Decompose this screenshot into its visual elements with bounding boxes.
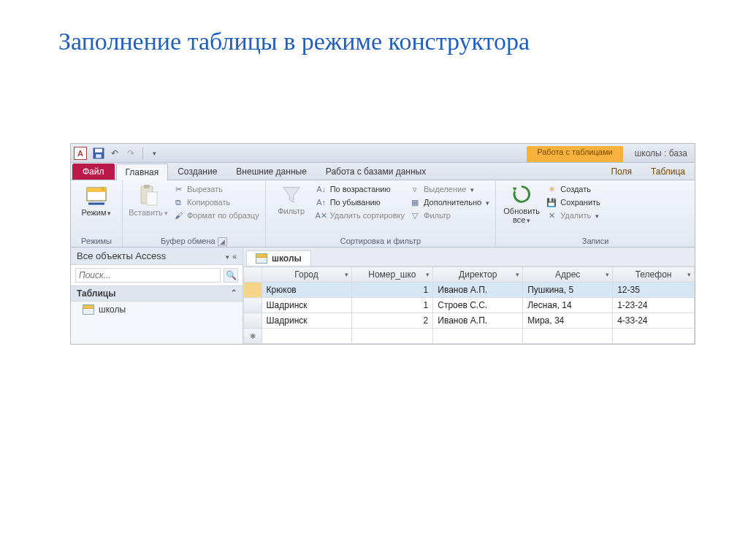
- undo-icon[interactable]: ↶: [107, 146, 122, 161]
- slide-title: Заполнение таблицы в режиме конструктора: [58, 26, 690, 58]
- view-button[interactable]: Режим: [77, 183, 116, 218]
- tab-external-data[interactable]: Внешние данные: [226, 163, 316, 180]
- search-icon[interactable]: 🔍: [224, 268, 238, 283]
- ribbon: Режим Режимы Вставить ✂Вырезать ⧉Копиров…: [71, 180, 695, 248]
- cell[interactable]: [523, 329, 613, 344]
- table-row[interactable]: Крюков 1 Иванов А.П. Пушкина, 5 12-35: [244, 283, 695, 298]
- tab-home[interactable]: Главная: [116, 164, 169, 180]
- filter-button-label: Фильтр: [278, 207, 305, 215]
- table-row[interactable]: Шадринск 1 Строев С.С. Лесная, 14 1-23-2…: [244, 298, 695, 313]
- cell-director[interactable]: Строев С.С.: [433, 298, 523, 313]
- header-row: Город▾ Номер_шко▾ Директор▾ Адрес▾ Телеф…: [244, 267, 695, 283]
- datasheet[interactable]: Город▾ Номер_шко▾ Директор▾ Адрес▾ Телеф…: [243, 266, 695, 344]
- row-selector[interactable]: [244, 298, 262, 313]
- document-area: школы Город▾ Номер_шко▾ Директор▾ Адрес▾…: [243, 248, 695, 344]
- cell[interactable]: [613, 329, 695, 344]
- cell-num[interactable]: 2: [351, 313, 433, 329]
- cell[interactable]: [262, 329, 351, 344]
- cut-button[interactable]: ✂Вырезать: [172, 183, 259, 195]
- document-tab[interactable]: школы: [246, 250, 311, 266]
- tab-create[interactable]: Создание: [168, 163, 226, 180]
- cell-addr[interactable]: Пушкина, 5: [523, 283, 613, 298]
- cell-director[interactable]: Иванов А.П.: [433, 313, 523, 329]
- sort-asc-label: По возрастанию: [330, 185, 391, 193]
- column-header[interactable]: Номер_шко▾: [351, 267, 433, 283]
- tab-database-tools[interactable]: Работа с базами данных: [316, 163, 435, 180]
- cell-phone[interactable]: 1-23-24: [613, 298, 695, 313]
- access-window: A ↶ ↷ Работа с таблицами школы : база Фа…: [70, 143, 695, 345]
- cell-num[interactable]: 1: [351, 298, 433, 313]
- row-selector[interactable]: [244, 329, 262, 344]
- refresh-all-button[interactable]: Обновить все: [502, 183, 541, 225]
- nav-collapse-icon[interactable]: «: [232, 252, 237, 261]
- svg-rect-1: [95, 148, 102, 152]
- navigation-pane: Все объекты Access « 🔍 Таблицы ⌃ школы: [71, 248, 243, 344]
- tab-fields[interactable]: Поля: [601, 163, 641, 180]
- new-record-button[interactable]: ✳Создать: [546, 183, 600, 195]
- delete-record-button[interactable]: ✕Удалить: [546, 210, 600, 221]
- cell-phone[interactable]: 4-33-24: [613, 313, 695, 329]
- cell-num[interactable]: 1: [351, 283, 433, 298]
- tab-file[interactable]: Файл: [72, 164, 115, 180]
- save-record-button[interactable]: 💾Сохранить: [546, 196, 600, 208]
- save-icon[interactable]: [91, 146, 106, 161]
- copy-button[interactable]: ⧉Копировать: [172, 196, 259, 208]
- column-header[interactable]: Директор▾: [433, 267, 523, 283]
- clear-sort-button[interactable]: A✕Удалить сортировку: [316, 210, 405, 221]
- contextual-tab-header: Работа с таблицами: [527, 146, 622, 162]
- redo-icon[interactable]: ↷: [123, 146, 138, 161]
- select-all-cell[interactable]: [244, 267, 262, 283]
- svg-rect-6: [144, 185, 150, 188]
- row-selector[interactable]: [244, 313, 262, 329]
- new-record-row[interactable]: [244, 329, 695, 344]
- funnel-icon: ▽: [409, 210, 421, 221]
- group-sort-filter: Фильтр A↓По возрастанию A↑По убыванию A✕…: [266, 180, 497, 247]
- sort-asc-button[interactable]: A↓По возрастанию: [316, 183, 405, 195]
- group-records-label: Записи: [502, 235, 689, 245]
- filter-button[interactable]: Фильтр: [272, 183, 311, 215]
- nav-section-tables[interactable]: Таблицы ⌃: [71, 286, 243, 302]
- window-title: школы : база: [635, 148, 692, 158]
- cell-city[interactable]: Крюков: [262, 283, 351, 298]
- sort-desc-button[interactable]: A↑По убыванию: [316, 196, 405, 208]
- format-painter-button[interactable]: 🖌Формат по образцу: [172, 210, 259, 221]
- column-header[interactable]: Город▾: [262, 267, 351, 283]
- tab-table[interactable]: Таблица: [641, 163, 695, 180]
- nav-dropdown-icon[interactable]: [224, 250, 229, 261]
- delete-label: Удалить: [560, 211, 591, 220]
- search-input[interactable]: [75, 268, 221, 283]
- new-icon: ✳: [546, 183, 557, 195]
- cell-addr[interactable]: Лесная, 14: [523, 298, 613, 313]
- cell-city[interactable]: Шадринск: [262, 313, 351, 329]
- cell[interactable]: [351, 329, 433, 344]
- table-row[interactable]: Шадринск 2 Иванов А.П. Мира, 34 4-33-24: [244, 313, 695, 329]
- group-clipboard: Вставить ✂Вырезать ⧉Копировать 🖌Формат п…: [123, 180, 266, 247]
- selection-filter-button[interactable]: ▿Выделение: [409, 183, 489, 195]
- new-label: Создать: [560, 185, 591, 193]
- nav-search: 🔍: [71, 265, 243, 286]
- cell-director[interactable]: Иванов А.П.: [433, 283, 523, 298]
- advanced-filter-button[interactable]: ▦Дополнительно: [409, 196, 489, 208]
- clear-sort-icon: A✕: [316, 210, 327, 221]
- cell-city[interactable]: Шадринск: [262, 298, 351, 313]
- workspace: Все объекты Access « 🔍 Таблицы ⌃ школы ш…: [71, 248, 695, 344]
- view-button-label: Режим: [82, 208, 112, 218]
- row-selector[interactable]: [244, 283, 262, 298]
- column-header[interactable]: Адрес▾: [523, 267, 613, 283]
- toggle-filter-button[interactable]: ▽Фильтр: [409, 210, 489, 221]
- group-views-label: Режимы: [77, 235, 116, 245]
- table-icon: [83, 304, 94, 315]
- selection-icon: ▿: [409, 183, 421, 195]
- nav-item-table[interactable]: школы: [71, 302, 243, 318]
- format-painter-label: Формат по образцу: [187, 211, 259, 220]
- paste-button[interactable]: Вставить: [129, 183, 168, 218]
- nav-section-collapse-icon: ⌃: [231, 288, 237, 299]
- nav-pane-header[interactable]: Все объекты Access «: [71, 248, 243, 265]
- cell-phone[interactable]: 12-35: [613, 283, 695, 298]
- data-grid[interactable]: Город▾ Номер_шко▾ Директор▾ Адрес▾ Телеф…: [243, 266, 695, 344]
- qat-customize-icon[interactable]: [146, 146, 161, 161]
- cell-addr[interactable]: Мира, 34: [523, 313, 613, 329]
- column-header[interactable]: Телефон▾: [613, 267, 695, 283]
- scissors-icon: ✂: [172, 183, 184, 195]
- cell[interactable]: [433, 329, 523, 344]
